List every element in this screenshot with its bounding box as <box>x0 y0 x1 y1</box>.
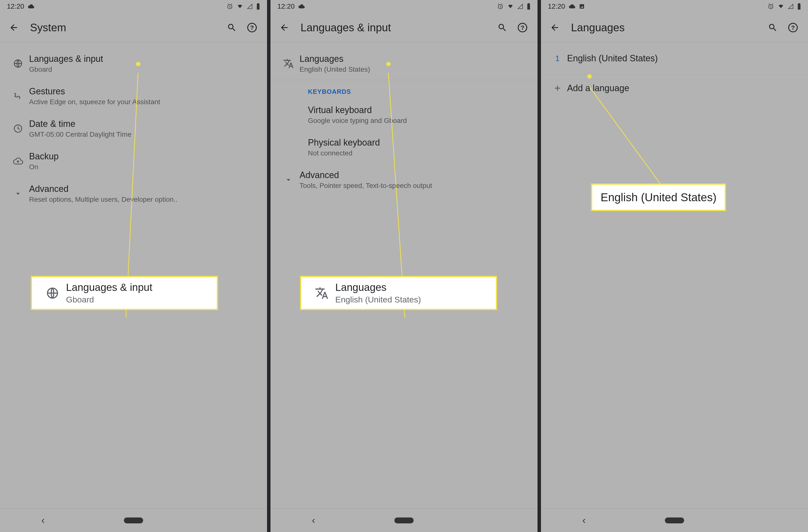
battery-icon <box>527 3 531 10</box>
section-keyboards: KEYBOARDS <box>271 80 537 98</box>
annotation-dot <box>587 74 592 78</box>
row-languages-input[interactable]: Languages & input Gboard <box>0 47 267 80</box>
phone-inner: 12:20 Languages & input <box>271 0 537 532</box>
gesture-nav-bar: ‹ <box>0 508 267 532</box>
callout-primary: Languages & input <box>66 281 210 293</box>
callout-secondary: Gboard <box>66 295 210 305</box>
nav-home-pill[interactable] <box>665 517 684 524</box>
alarm-icon <box>768 3 774 10</box>
row-primary: Languages <box>299 54 531 64</box>
globe-icon <box>7 59 29 69</box>
row-secondary: On <box>29 163 260 171</box>
status-bar: 12:20 <box>271 0 537 13</box>
svg-text:?: ? <box>250 24 254 31</box>
row-date-time[interactable]: Date & time GMT-05:00 Central Daylight T… <box>0 112 267 145</box>
row-virtual-keyboard[interactable]: Virtual keyboard Google voice typing and… <box>271 98 537 131</box>
back-button[interactable] <box>548 21 562 35</box>
nav-back-icon[interactable]: ‹ <box>312 515 315 526</box>
status-bar: 12:20 <box>0 0 267 13</box>
cloud-icon <box>27 4 35 9</box>
gesture-nav-bar: ‹ <box>541 508 808 532</box>
back-button[interactable] <box>277 21 291 35</box>
add-language-row[interactable]: Add a language <box>541 75 808 102</box>
back-button[interactable] <box>7 21 21 35</box>
phone-screen-languages-input: 12:20 Languages & input <box>271 0 541 532</box>
cloud-upload-icon <box>7 157 29 165</box>
nav-home-pill[interactable] <box>124 517 143 524</box>
row-primary: Date & time <box>29 119 260 129</box>
add-language-label: Add a language <box>567 83 629 93</box>
nav-back-icon[interactable]: ‹ <box>582 515 586 526</box>
help-button[interactable]: ? <box>785 19 801 36</box>
search-button[interactable] <box>765 19 781 36</box>
signal-icon <box>788 4 794 9</box>
phone-inner: 12:20 <box>0 0 267 532</box>
row-secondary: Active Edge on, squeeze for your Assista… <box>29 98 260 106</box>
svg-text:?: ? <box>791 24 795 31</box>
settings-list: Languages & input Gboard Gestures Active… <box>0 42 267 210</box>
signal-icon <box>517 4 523 9</box>
row-secondary: English (United States) <box>299 66 531 73</box>
row-secondary: Google voice typing and Gboard <box>308 117 531 125</box>
chevron-down-icon <box>7 189 29 198</box>
app-bar: System ? <box>0 13 267 42</box>
translate-icon <box>308 286 335 300</box>
phone-screen-system: 12:20 <box>0 0 271 532</box>
phone-inner: 12:20 Languages <box>541 0 808 532</box>
search-button[interactable] <box>494 19 510 36</box>
nav-back-icon[interactable]: ‹ <box>41 515 44 526</box>
cloud-icon <box>569 4 575 9</box>
app-bar: Languages ? <box>541 13 808 42</box>
status-time: 12:20 <box>277 2 295 10</box>
row-primary: Languages & input <box>29 54 260 64</box>
chevron-down-icon <box>277 176 299 184</box>
gesture-icon <box>7 91 29 101</box>
row-secondary: Not connected <box>308 149 531 157</box>
row-physical-keyboard[interactable]: Physical keyboard Not connected <box>271 131 537 164</box>
row-secondary: Tools, Pointer speed, Text-to-speech out… <box>299 182 531 190</box>
battery-icon <box>256 3 260 10</box>
wifi-icon <box>507 4 514 9</box>
picture-icon <box>579 3 585 10</box>
battery-icon <box>797 3 801 10</box>
help-button[interactable]: ? <box>244 19 260 36</box>
wifi-icon <box>777 4 784 9</box>
gesture-nav-bar: ‹ <box>271 508 537 532</box>
phone-screen-languages: 12:20 Languages <box>541 0 808 532</box>
row-advanced[interactable]: Advanced Reset options, Multiple users, … <box>0 177 267 210</box>
wifi-icon <box>237 4 243 9</box>
row-primary: Backup <box>29 151 260 162</box>
translate-icon <box>277 58 299 69</box>
status-bar: 12:20 <box>541 0 808 13</box>
callout-languages-input: Languages & input Gboard <box>31 276 218 310</box>
row-gestures[interactable]: Gestures Active Edge on, squeeze for you… <box>0 80 267 112</box>
alarm-icon <box>497 3 503 10</box>
svg-text:?: ? <box>521 24 525 31</box>
search-button[interactable] <box>224 19 240 36</box>
annotation-dot <box>386 62 391 66</box>
svg-rect-9 <box>580 4 584 8</box>
nav-home-pill[interactable] <box>394 517 414 524</box>
callout-secondary: English (United States) <box>335 295 489 305</box>
status-time: 12:20 <box>7 2 24 10</box>
settings-list: Languages English (United States) KEYBOA… <box>271 42 537 196</box>
row-primary: Gestures <box>29 86 260 96</box>
row-backup[interactable]: Backup On <box>0 145 267 177</box>
callout-english-us: English (United States) <box>591 183 726 211</box>
row-primary: Physical keyboard <box>308 137 531 148</box>
row-primary: Virtual keyboard <box>308 105 531 115</box>
row-primary: Advanced <box>29 184 260 194</box>
callout-languages: Languages English (United States) <box>300 276 497 310</box>
alarm-icon <box>227 3 233 10</box>
help-button[interactable]: ? <box>514 19 531 36</box>
plus-icon <box>548 84 567 93</box>
cloud-icon <box>298 4 305 9</box>
row-advanced[interactable]: Advanced Tools, Pointer speed, Text-to-s… <box>271 164 537 196</box>
globe-icon <box>39 287 66 300</box>
page-title: System <box>30 21 66 34</box>
clock-icon <box>7 124 29 133</box>
language-name: English (United States) <box>567 53 658 63</box>
language-row-1[interactable]: 1 English (United States) <box>541 42 808 74</box>
row-secondary: Reset options, Multiple users, Developer… <box>29 196 260 203</box>
row-languages[interactable]: Languages English (United States) <box>271 47 537 80</box>
